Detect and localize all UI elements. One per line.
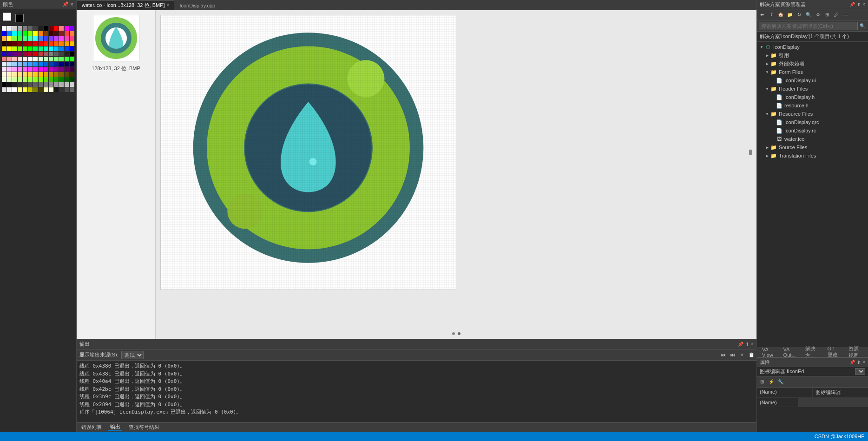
color-cell-57[interactable] (7, 46, 12, 51)
color-cell-164[interactable] (54, 82, 59, 87)
color-cell-32[interactable] (23, 36, 27, 41)
color-cell-37[interactable] (49, 36, 53, 41)
color-cell-79[interactable] (49, 52, 53, 56)
color-cell-126[interactable] (2, 72, 7, 77)
tree-item-resource[interactable]: ▼📁Resource Files (757, 110, 868, 118)
color-cell-105[interactable] (39, 62, 43, 66)
color-cell-10[interactable] (54, 26, 59, 31)
color-cell-150[interactable] (54, 77, 59, 82)
color-cell-64[interactable] (44, 46, 48, 51)
pixel-canvas[interactable] (160, 15, 456, 290)
color-cell-74[interactable] (23, 52, 27, 56)
color-cell-81[interactable] (59, 52, 64, 56)
color-cell-26[interactable] (65, 31, 69, 36)
color-cell-129[interactable] (18, 72, 22, 77)
color-cell-123[interactable] (59, 67, 64, 72)
color-cell-145[interactable] (28, 77, 33, 82)
tree-arrow-extern[interactable]: ▶ (764, 62, 770, 66)
color-cell-104[interactable] (33, 62, 38, 66)
color-cell-52[interactable] (54, 41, 59, 46)
tree-arrow-resource[interactable]: ▼ (764, 112, 770, 116)
color-cell-83[interactable] (70, 52, 74, 56)
color-cell-142[interactable] (12, 77, 17, 82)
color-cell-35[interactable] (39, 36, 43, 41)
color-cell-143[interactable] (18, 77, 22, 82)
color-cell-25[interactable] (59, 31, 64, 36)
output-expand-btn[interactable]: ⬆ (745, 342, 749, 347)
tree-item-resource1[interactable]: 📄IconDisplay.qrc (757, 118, 868, 126)
color-cell-132[interactable] (33, 72, 38, 77)
tree-arrow-form[interactable]: ▼ (764, 70, 770, 74)
color-cell-141[interactable] (7, 77, 12, 82)
color-cell-30[interactable] (12, 36, 17, 41)
color-cell-153[interactable] (70, 77, 74, 82)
se-tb-3[interactable]: 🏠 (776, 11, 785, 19)
color-cell-70[interactable] (2, 52, 7, 56)
color-cell-93[interactable] (49, 57, 53, 61)
color-cell-39[interactable] (59, 36, 64, 41)
output-btn-3[interactable]: ≡ (738, 351, 746, 359)
color-cell-27[interactable] (70, 31, 74, 36)
output-close-btn[interactable]: × (751, 342, 754, 347)
color-cell-148[interactable] (44, 77, 48, 82)
color-cell-180[interactable] (65, 87, 69, 92)
color-cell-158[interactable] (23, 82, 27, 87)
color-cell-23[interactable] (49, 31, 53, 36)
color-cell-53[interactable] (59, 41, 64, 46)
color-cell-16[interactable] (12, 31, 17, 36)
va-tab-1[interactable]: VA Out... (780, 346, 801, 359)
color-cell-40[interactable] (65, 36, 69, 41)
color-cell-67[interactable] (59, 46, 64, 51)
color-cell-176[interactable] (44, 87, 48, 92)
output-btn-1[interactable]: ⏮ (719, 351, 728, 359)
props-close-btn[interactable]: × (862, 360, 865, 365)
color-cell-33[interactable] (28, 36, 33, 41)
color-cell-179[interactable] (59, 87, 64, 92)
color-cell-45[interactable] (18, 41, 22, 46)
color-cell-87[interactable] (18, 57, 22, 61)
color-cell-170[interactable] (12, 87, 17, 92)
color-cell-154[interactable] (2, 82, 7, 87)
color-cell-120[interactable] (44, 67, 48, 72)
color-cell-44[interactable] (12, 41, 17, 46)
color-cell-147[interactable] (39, 77, 43, 82)
color-cell-110[interactable] (65, 62, 69, 66)
color-cell-166[interactable] (65, 82, 69, 87)
se-tb-4[interactable]: 📁 (786, 11, 794, 19)
color-cell-137[interactable] (59, 72, 64, 77)
color-cell-66[interactable] (54, 46, 59, 51)
se-close-btn[interactable]: × (862, 2, 865, 7)
color-cell-138[interactable] (65, 72, 69, 77)
color-cell-128[interactable] (12, 72, 17, 77)
tree-item-header1[interactable]: 📄IconDisplay.h (757, 93, 868, 101)
color-cell-58[interactable] (12, 46, 17, 51)
output-btn-2[interactable]: ⏭ (729, 351, 737, 359)
canvas-scroll-area[interactable] (156, 10, 756, 339)
props-tb-icon2[interactable]: ⚡ (767, 378, 776, 386)
color-cell-9[interactable] (49, 26, 53, 31)
color-cell-84[interactable] (2, 57, 7, 61)
se-tb-8[interactable]: ⊞ (823, 11, 831, 19)
se-pin-btn[interactable]: 📌 (849, 2, 855, 7)
color-cell-169[interactable] (7, 87, 12, 92)
solution-search-input[interactable] (759, 22, 858, 30)
color-pin-btn[interactable]: 📌 (62, 1, 69, 7)
color-cell-95[interactable] (59, 57, 64, 61)
color-cell-119[interactable] (39, 67, 43, 72)
color-cell-12[interactable] (65, 26, 69, 31)
color-cell-72[interactable] (12, 52, 17, 56)
color-cell-96[interactable] (65, 57, 69, 61)
color-cell-135[interactable] (49, 72, 53, 77)
color-cell-117[interactable] (28, 67, 33, 72)
color-cell-109[interactable] (59, 62, 64, 66)
color-cell-1[interactable] (7, 26, 12, 31)
color-cell-80[interactable] (54, 52, 59, 56)
color-cell-103[interactable] (28, 62, 33, 66)
tree-item-header[interactable]: ▼📁Header Files (757, 85, 868, 93)
color-cell-62[interactable] (33, 46, 38, 51)
tree-arrow-source[interactable]: ▶ (764, 145, 770, 150)
color-cell-108[interactable] (54, 62, 59, 66)
color-cell-106[interactable] (44, 62, 48, 66)
color-cell-163[interactable] (49, 82, 53, 87)
color-cell-100[interactable] (12, 62, 17, 66)
